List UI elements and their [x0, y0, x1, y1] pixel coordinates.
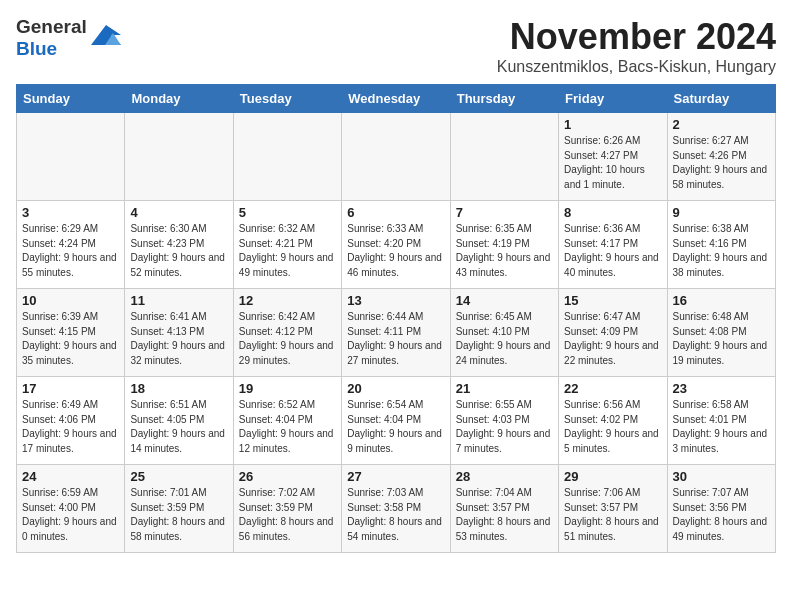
day-number: 25	[130, 469, 227, 484]
calendar-cell: 15Sunrise: 6:47 AM Sunset: 4:09 PM Dayli…	[559, 289, 667, 377]
day-info: Sunrise: 6:52 AM Sunset: 4:04 PM Dayligh…	[239, 398, 336, 456]
calendar-cell	[450, 113, 558, 201]
day-info: Sunrise: 6:42 AM Sunset: 4:12 PM Dayligh…	[239, 310, 336, 368]
day-info: Sunrise: 6:48 AM Sunset: 4:08 PM Dayligh…	[673, 310, 770, 368]
calendar-table: SundayMondayTuesdayWednesdayThursdayFrid…	[16, 84, 776, 553]
day-info: Sunrise: 6:26 AM Sunset: 4:27 PM Dayligh…	[564, 134, 661, 192]
day-number: 17	[22, 381, 119, 396]
calendar-cell: 21Sunrise: 6:55 AM Sunset: 4:03 PM Dayli…	[450, 377, 558, 465]
calendar-cell: 27Sunrise: 7:03 AM Sunset: 3:58 PM Dayli…	[342, 465, 450, 553]
calendar-cell: 13Sunrise: 6:44 AM Sunset: 4:11 PM Dayli…	[342, 289, 450, 377]
day-info: Sunrise: 7:06 AM Sunset: 3:57 PM Dayligh…	[564, 486, 661, 544]
day-number: 9	[673, 205, 770, 220]
day-number: 14	[456, 293, 553, 308]
day-info: Sunrise: 7:01 AM Sunset: 3:59 PM Dayligh…	[130, 486, 227, 544]
calendar-cell: 19Sunrise: 6:52 AM Sunset: 4:04 PM Dayli…	[233, 377, 341, 465]
page-header: General Blue November 2024 Kunszentmiklo…	[16, 16, 776, 76]
weekday-header-row: SundayMondayTuesdayWednesdayThursdayFrid…	[17, 85, 776, 113]
day-number: 19	[239, 381, 336, 396]
logo-blue: Blue	[16, 38, 57, 59]
day-info: Sunrise: 6:49 AM Sunset: 4:06 PM Dayligh…	[22, 398, 119, 456]
day-number: 1	[564, 117, 661, 132]
calendar-cell: 9Sunrise: 6:38 AM Sunset: 4:16 PM Daylig…	[667, 201, 775, 289]
calendar-cell: 24Sunrise: 6:59 AM Sunset: 4:00 PM Dayli…	[17, 465, 125, 553]
day-number: 20	[347, 381, 444, 396]
day-number: 10	[22, 293, 119, 308]
day-info: Sunrise: 6:51 AM Sunset: 4:05 PM Dayligh…	[130, 398, 227, 456]
day-info: Sunrise: 6:39 AM Sunset: 4:15 PM Dayligh…	[22, 310, 119, 368]
day-info: Sunrise: 6:58 AM Sunset: 4:01 PM Dayligh…	[673, 398, 770, 456]
day-number: 23	[673, 381, 770, 396]
weekday-monday: Monday	[125, 85, 233, 113]
calendar-cell: 4Sunrise: 6:30 AM Sunset: 4:23 PM Daylig…	[125, 201, 233, 289]
weekday-wednesday: Wednesday	[342, 85, 450, 113]
day-info: Sunrise: 7:02 AM Sunset: 3:59 PM Dayligh…	[239, 486, 336, 544]
calendar-cell: 17Sunrise: 6:49 AM Sunset: 4:06 PM Dayli…	[17, 377, 125, 465]
day-info: Sunrise: 6:41 AM Sunset: 4:13 PM Dayligh…	[130, 310, 227, 368]
day-info: Sunrise: 6:54 AM Sunset: 4:04 PM Dayligh…	[347, 398, 444, 456]
calendar-cell	[342, 113, 450, 201]
calendar-cell: 18Sunrise: 6:51 AM Sunset: 4:05 PM Dayli…	[125, 377, 233, 465]
calendar-cell: 28Sunrise: 7:04 AM Sunset: 3:57 PM Dayli…	[450, 465, 558, 553]
calendar-cell: 26Sunrise: 7:02 AM Sunset: 3:59 PM Dayli…	[233, 465, 341, 553]
day-info: Sunrise: 6:30 AM Sunset: 4:23 PM Dayligh…	[130, 222, 227, 280]
day-number: 13	[347, 293, 444, 308]
week-row-3: 10Sunrise: 6:39 AM Sunset: 4:15 PM Dayli…	[17, 289, 776, 377]
day-info: Sunrise: 7:07 AM Sunset: 3:56 PM Dayligh…	[673, 486, 770, 544]
week-row-5: 24Sunrise: 6:59 AM Sunset: 4:00 PM Dayli…	[17, 465, 776, 553]
calendar-body: 1Sunrise: 6:26 AM Sunset: 4:27 PM Daylig…	[17, 113, 776, 553]
day-number: 5	[239, 205, 336, 220]
calendar-cell: 3Sunrise: 6:29 AM Sunset: 4:24 PM Daylig…	[17, 201, 125, 289]
month-title: November 2024	[497, 16, 776, 58]
day-info: Sunrise: 6:59 AM Sunset: 4:00 PM Dayligh…	[22, 486, 119, 544]
day-info: Sunrise: 6:45 AM Sunset: 4:10 PM Dayligh…	[456, 310, 553, 368]
title-area: November 2024 Kunszentmiklos, Bacs-Kisku…	[497, 16, 776, 76]
day-info: Sunrise: 6:35 AM Sunset: 4:19 PM Dayligh…	[456, 222, 553, 280]
location-subtitle: Kunszentmiklos, Bacs-Kiskun, Hungary	[497, 58, 776, 76]
day-number: 4	[130, 205, 227, 220]
calendar-cell: 16Sunrise: 6:48 AM Sunset: 4:08 PM Dayli…	[667, 289, 775, 377]
day-info: Sunrise: 6:32 AM Sunset: 4:21 PM Dayligh…	[239, 222, 336, 280]
calendar-cell: 14Sunrise: 6:45 AM Sunset: 4:10 PM Dayli…	[450, 289, 558, 377]
day-number: 29	[564, 469, 661, 484]
day-number: 6	[347, 205, 444, 220]
week-row-2: 3Sunrise: 6:29 AM Sunset: 4:24 PM Daylig…	[17, 201, 776, 289]
day-number: 27	[347, 469, 444, 484]
calendar-cell: 1Sunrise: 6:26 AM Sunset: 4:27 PM Daylig…	[559, 113, 667, 201]
calendar-cell: 8Sunrise: 6:36 AM Sunset: 4:17 PM Daylig…	[559, 201, 667, 289]
calendar-cell: 5Sunrise: 6:32 AM Sunset: 4:21 PM Daylig…	[233, 201, 341, 289]
logo: General Blue	[16, 16, 121, 60]
day-info: Sunrise: 6:47 AM Sunset: 4:09 PM Dayligh…	[564, 310, 661, 368]
weekday-sunday: Sunday	[17, 85, 125, 113]
day-number: 22	[564, 381, 661, 396]
day-number: 7	[456, 205, 553, 220]
weekday-saturday: Saturday	[667, 85, 775, 113]
week-row-1: 1Sunrise: 6:26 AM Sunset: 4:27 PM Daylig…	[17, 113, 776, 201]
day-info: Sunrise: 6:44 AM Sunset: 4:11 PM Dayligh…	[347, 310, 444, 368]
day-info: Sunrise: 6:29 AM Sunset: 4:24 PM Dayligh…	[22, 222, 119, 280]
day-info: Sunrise: 6:38 AM Sunset: 4:16 PM Dayligh…	[673, 222, 770, 280]
day-info: Sunrise: 7:03 AM Sunset: 3:58 PM Dayligh…	[347, 486, 444, 544]
calendar-cell: 11Sunrise: 6:41 AM Sunset: 4:13 PM Dayli…	[125, 289, 233, 377]
calendar-cell: 2Sunrise: 6:27 AM Sunset: 4:26 PM Daylig…	[667, 113, 775, 201]
calendar-cell	[233, 113, 341, 201]
day-info: Sunrise: 7:04 AM Sunset: 3:57 PM Dayligh…	[456, 486, 553, 544]
week-row-4: 17Sunrise: 6:49 AM Sunset: 4:06 PM Dayli…	[17, 377, 776, 465]
day-info: Sunrise: 6:36 AM Sunset: 4:17 PM Dayligh…	[564, 222, 661, 280]
calendar-cell: 22Sunrise: 6:56 AM Sunset: 4:02 PM Dayli…	[559, 377, 667, 465]
day-number: 8	[564, 205, 661, 220]
day-info: Sunrise: 6:27 AM Sunset: 4:26 PM Dayligh…	[673, 134, 770, 192]
calendar-cell: 30Sunrise: 7:07 AM Sunset: 3:56 PM Dayli…	[667, 465, 775, 553]
calendar-cell: 6Sunrise: 6:33 AM Sunset: 4:20 PM Daylig…	[342, 201, 450, 289]
day-number: 24	[22, 469, 119, 484]
day-number: 15	[564, 293, 661, 308]
logo-general: General	[16, 16, 87, 37]
day-number: 11	[130, 293, 227, 308]
calendar-cell: 29Sunrise: 7:06 AM Sunset: 3:57 PM Dayli…	[559, 465, 667, 553]
day-number: 30	[673, 469, 770, 484]
calendar-cell: 23Sunrise: 6:58 AM Sunset: 4:01 PM Dayli…	[667, 377, 775, 465]
weekday-thursday: Thursday	[450, 85, 558, 113]
calendar-cell: 20Sunrise: 6:54 AM Sunset: 4:04 PM Dayli…	[342, 377, 450, 465]
day-number: 3	[22, 205, 119, 220]
day-number: 21	[456, 381, 553, 396]
